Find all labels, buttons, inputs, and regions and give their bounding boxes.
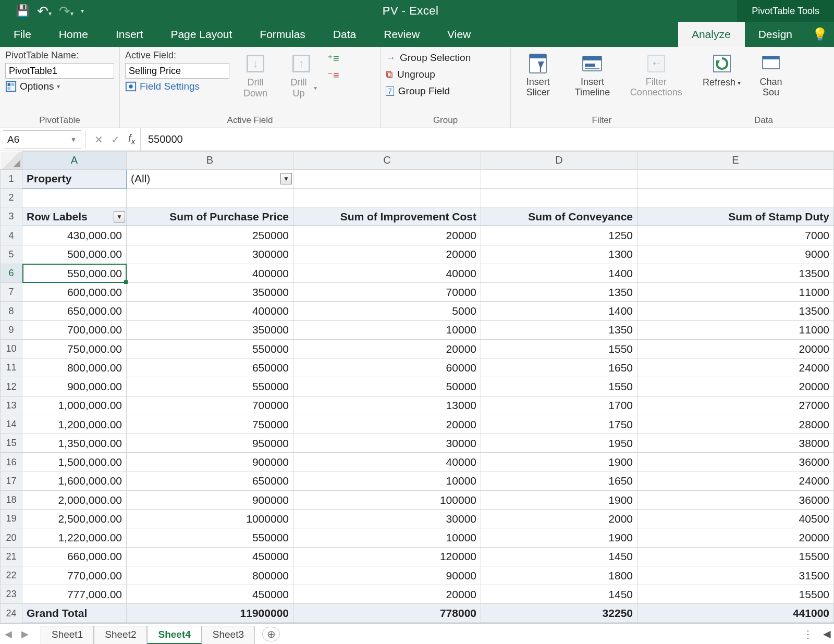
select-all-corner[interactable] bbox=[1, 152, 22, 169]
cell[interactable]: 450000 bbox=[127, 547, 293, 566]
sheet-options-icon[interactable]: ⋮ bbox=[803, 628, 814, 640]
cancel-formula-button[interactable]: ✕ bbox=[90, 133, 107, 146]
cell[interactable]: 27000 bbox=[637, 396, 834, 415]
cell[interactable]: 900,000.00 bbox=[22, 377, 127, 396]
cell[interactable]: 1,000,000.00 bbox=[22, 396, 127, 415]
cell[interactable]: 650000 bbox=[127, 358, 293, 377]
tab-review[interactable]: Review bbox=[370, 22, 434, 47]
row-header[interactable]: 9 bbox=[1, 320, 22, 339]
worksheet-grid[interactable]: ABCDE1Property(All)▼23Row Labels▼Sum of … bbox=[0, 151, 834, 623]
cell[interactable]: 350000 bbox=[127, 320, 293, 339]
column-header[interactable]: E bbox=[637, 152, 834, 170]
cell[interactable]: 750000 bbox=[127, 415, 293, 434]
row-header[interactable]: 15 bbox=[1, 434, 22, 453]
cell[interactable]: 1350 bbox=[481, 283, 637, 302]
change-data-source-button[interactable]: ChanSou bbox=[755, 50, 787, 100]
row-header[interactable]: 17 bbox=[1, 472, 22, 490]
cell[interactable]: 778000 bbox=[293, 604, 481, 623]
row-header[interactable]: 20 bbox=[1, 528, 22, 547]
cell[interactable]: 1,220,000.00 bbox=[22, 528, 127, 547]
cell[interactable]: 1450 bbox=[481, 585, 637, 604]
cell[interactable]: 1000000 bbox=[127, 510, 293, 528]
cell[interactable]: 20000 bbox=[637, 339, 834, 358]
cell[interactable]: Row Labels▼ bbox=[22, 207, 127, 226]
cell[interactable]: 36000 bbox=[637, 490, 834, 509]
cell[interactable]: 770,000.00 bbox=[22, 566, 127, 585]
cell[interactable] bbox=[481, 188, 637, 207]
cell[interactable]: Sum of Improvement Cost bbox=[293, 207, 481, 226]
cell[interactable]: 660,000.00 bbox=[22, 547, 127, 566]
cell[interactable]: 13000 bbox=[293, 396, 481, 415]
cell[interactable]: 1350 bbox=[481, 320, 637, 339]
new-sheet-button[interactable]: ⊕ bbox=[262, 627, 280, 641]
cell[interactable]: 70000 bbox=[293, 283, 481, 302]
filter-connections-button[interactable]: +− Filter Connections bbox=[625, 50, 688, 100]
collapse-field-button[interactable]: ⁻≡ bbox=[327, 69, 339, 81]
row-header[interactable]: 4 bbox=[1, 226, 22, 245]
row-header[interactable]: 24 bbox=[1, 604, 22, 623]
cell[interactable]: 11000 bbox=[637, 320, 834, 339]
cell[interactable] bbox=[293, 188, 481, 207]
sheet-nav-prev[interactable]: ◀ bbox=[0, 628, 17, 640]
cell[interactable]: 1450 bbox=[481, 547, 637, 566]
cell[interactable]: 7000 bbox=[637, 226, 834, 245]
active-field-input[interactable] bbox=[125, 63, 229, 79]
drill-down-button[interactable]: ↓ Drill Down bbox=[236, 50, 275, 101]
row-header[interactable]: 2 bbox=[1, 188, 22, 207]
row-header[interactable]: 14 bbox=[1, 415, 22, 434]
cell[interactable]: 600,000.00 bbox=[22, 283, 127, 302]
cell[interactable]: 120000 bbox=[293, 547, 481, 566]
cell[interactable]: 1750 bbox=[481, 415, 637, 434]
cell[interactable]: 1650 bbox=[481, 472, 637, 490]
cell[interactable]: 400000 bbox=[127, 302, 293, 320]
cell[interactable] bbox=[637, 188, 834, 207]
cell[interactable]: 450000 bbox=[127, 585, 293, 604]
cell[interactable]: 60000 bbox=[293, 358, 481, 377]
cell[interactable] bbox=[22, 188, 127, 207]
cell[interactable]: 1,600,000.00 bbox=[22, 472, 127, 490]
cell[interactable]: 1900 bbox=[481, 528, 637, 547]
cell[interactable]: 2000 bbox=[481, 510, 637, 528]
tab-design[interactable]: Design bbox=[745, 22, 806, 47]
cell[interactable]: 10000 bbox=[293, 472, 481, 490]
cell[interactable]: 9000 bbox=[637, 245, 834, 264]
row-header[interactable]: 19 bbox=[1, 510, 22, 528]
cell[interactable]: 800,000.00 bbox=[22, 358, 127, 377]
rowlabels-dropdown-icon[interactable]: ▼ bbox=[114, 211, 125, 222]
tab-view[interactable]: View bbox=[434, 22, 485, 47]
cell[interactable]: 1300 bbox=[481, 245, 637, 264]
cell[interactable]: 300000 bbox=[127, 245, 293, 264]
cell[interactable]: Sum of Stamp Duty bbox=[637, 207, 834, 226]
cell[interactable]: 1400 bbox=[481, 264, 637, 282]
cell[interactable]: 90000 bbox=[293, 566, 481, 585]
cell[interactable]: 1,500,000.00 bbox=[22, 453, 127, 472]
drill-up-button[interactable]: ↑ Drill Up▾ bbox=[281, 50, 321, 101]
save-icon[interactable]: 💾 bbox=[16, 4, 30, 18]
sheet-tab-sheet2[interactable]: Sheet2 bbox=[94, 626, 147, 645]
undo-button[interactable]: ▾ bbox=[37, 3, 52, 19]
cell[interactable]: 20000 bbox=[293, 585, 481, 604]
row-header[interactable]: 1 bbox=[1, 169, 22, 188]
column-header[interactable]: B bbox=[127, 152, 293, 170]
cell[interactable]: 20000 bbox=[637, 377, 834, 396]
cell[interactable]: 900000 bbox=[127, 490, 293, 509]
cell[interactable]: 13500 bbox=[637, 302, 834, 320]
column-header[interactable]: A bbox=[22, 152, 127, 170]
row-header[interactable]: 16 bbox=[1, 453, 22, 472]
hscroll-left-icon[interactable]: ◀ bbox=[819, 628, 834, 640]
cell[interactable]: 15500 bbox=[637, 547, 834, 566]
cell[interactable]: 1550 bbox=[481, 339, 637, 358]
qat-customize-icon[interactable]: ▾ bbox=[81, 7, 84, 15]
field-settings-button[interactable]: Field Settings bbox=[125, 81, 229, 92]
pivottable-options-button[interactable]: Options ▾ bbox=[5, 81, 114, 92]
sheet-tab-sheet1[interactable]: Sheet1 bbox=[41, 626, 94, 645]
cell[interactable]: 30000 bbox=[293, 434, 481, 453]
tab-analyze[interactable]: Analyze bbox=[678, 22, 745, 47]
tab-home[interactable]: Home bbox=[45, 22, 102, 47]
cell[interactable]: 550000 bbox=[127, 339, 293, 358]
redo-button[interactable]: ▾ bbox=[59, 3, 73, 19]
row-header[interactable]: 3 bbox=[1, 207, 22, 226]
row-header[interactable]: 7 bbox=[1, 283, 22, 302]
cell[interactable]: Sum of Purchase Price bbox=[127, 207, 293, 226]
cell[interactable]: 38000 bbox=[637, 434, 834, 453]
